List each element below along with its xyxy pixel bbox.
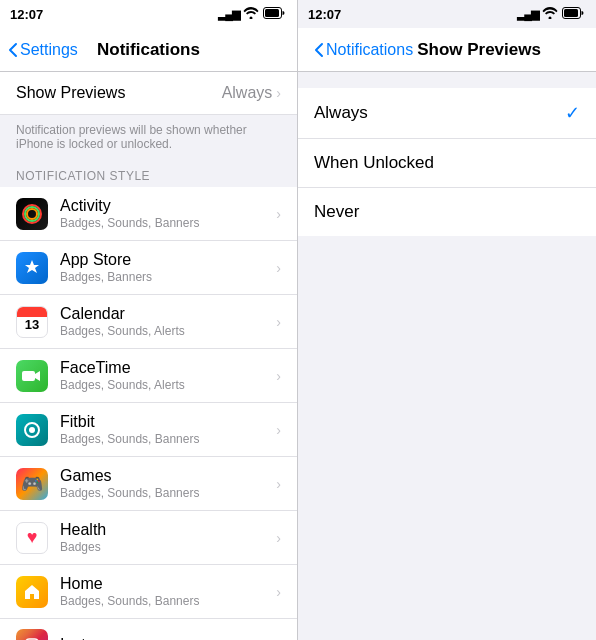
app-row-fitbit[interactable]: Fitbit Badges, Sounds, Banners › (0, 403, 297, 457)
option-when-unlocked[interactable]: When Unlocked (298, 139, 596, 188)
option-always-label: Always (314, 103, 368, 123)
svg-rect-12 (564, 9, 578, 17)
app-row-appstore[interactable]: App Store Badges, Banners › (0, 241, 297, 295)
preview-options-list: Always ✓ When Unlocked Never (298, 88, 596, 236)
right-panel: 12:07 ▂▄▆ (298, 0, 596, 640)
show-previews-current: Always (222, 84, 273, 102)
games-info: Games Badges, Sounds, Banners (60, 467, 268, 500)
fitbit-info: Fitbit Badges, Sounds, Banners (60, 413, 268, 446)
show-previews-row[interactable]: Show Previews Always › (0, 72, 297, 115)
nav-bar-left: Settings Notifications (0, 28, 297, 72)
back-label-right: Notifications (326, 41, 413, 59)
wifi-icon-right (542, 7, 558, 22)
facetime-subtitle: Badges, Sounds, Alerts (60, 378, 268, 392)
svg-rect-5 (22, 371, 35, 381)
wifi-icon (243, 7, 259, 22)
battery-icon (263, 7, 285, 22)
games-subtitle: Badges, Sounds, Banners (60, 486, 268, 500)
time-right: 12:07 (308, 7, 341, 22)
health-subtitle: Badges (60, 540, 268, 554)
svg-point-4 (27, 209, 37, 219)
option-unlocked-label: When Unlocked (314, 153, 434, 173)
left-content: Show Previews Always › Notification prev… (0, 72, 297, 640)
status-icons-right: ▂▄▆ (517, 7, 584, 22)
fitbit-icon (16, 414, 48, 446)
status-bar-left: 12:07 ▂▄▆ (0, 0, 297, 28)
show-previews-label: Show Previews (16, 84, 125, 102)
appstore-name: App Store (60, 251, 268, 269)
games-name: Games (60, 467, 268, 485)
nav-title-right: Show Previews (417, 40, 541, 60)
status-icons-left: ▂▄▆ (218, 7, 285, 22)
activity-icon (16, 198, 48, 230)
app-row-calendar[interactable]: 13 Calendar Badges, Sounds, Alerts › (0, 295, 297, 349)
activity-name: Activity (60, 197, 268, 215)
always-checkmark: ✓ (565, 102, 580, 124)
nav-bar-right: Notifications Show Previews (298, 28, 596, 72)
fitbit-chevron: › (276, 422, 281, 438)
facetime-info: FaceTime Badges, Sounds, Alerts (60, 359, 268, 392)
health-info: Health Badges (60, 521, 268, 554)
health-name: Health (60, 521, 268, 539)
option-always[interactable]: Always ✓ (298, 88, 596, 139)
signal-icon: ▂▄▆ (218, 8, 239, 21)
back-label-left: Settings (20, 41, 78, 59)
facetime-chevron: › (276, 368, 281, 384)
option-never[interactable]: Never (298, 188, 596, 236)
activity-info: Activity Badges, Sounds, Banners (60, 197, 268, 230)
calendar-chevron: › (276, 314, 281, 330)
health-chevron: › (276, 530, 281, 546)
fitbit-subtitle: Badges, Sounds, Banners (60, 432, 268, 446)
facetime-icon (16, 360, 48, 392)
instagram-info: Instagram (60, 636, 268, 641)
time-left: 12:07 (10, 7, 43, 22)
back-button-left[interactable]: Settings (8, 41, 78, 59)
app-row-facetime[interactable]: FaceTime Badges, Sounds, Alerts › (0, 349, 297, 403)
calendar-info: Calendar Badges, Sounds, Alerts (60, 305, 268, 338)
instagram-name: Instagram (60, 636, 268, 641)
show-previews-chevron: › (276, 85, 281, 101)
games-icon: 🎮 (16, 468, 48, 500)
home-name: Home (60, 575, 268, 593)
svg-point-7 (29, 427, 35, 433)
instagram-icon (16, 629, 48, 640)
calendar-name: Calendar (60, 305, 268, 323)
appstore-subtitle: Badges, Banners (60, 270, 268, 284)
home-icon (16, 576, 48, 608)
back-button-right[interactable]: Notifications (314, 41, 413, 59)
activity-subtitle: Badges, Sounds, Banners (60, 216, 268, 230)
app-row-games[interactable]: 🎮 Games Badges, Sounds, Banners › (0, 457, 297, 511)
left-panel: 12:07 ▂▄▆ (0, 0, 298, 640)
option-never-label: Never (314, 202, 359, 222)
app-row-activity[interactable]: Activity Badges, Sounds, Banners › (0, 187, 297, 241)
app-row-health[interactable]: ♥ Health Badges › (0, 511, 297, 565)
activity-chevron: › (276, 206, 281, 222)
health-icon: ♥ (16, 522, 48, 554)
home-chevron: › (276, 584, 281, 600)
status-bar-right: 12:07 ▂▄▆ (298, 0, 596, 28)
show-previews-value: Always › (222, 84, 281, 102)
calendar-subtitle: Badges, Sounds, Alerts (60, 324, 268, 338)
app-row-instagram[interactable]: Instagram › (0, 619, 297, 640)
app-notification-list: Activity Badges, Sounds, Banners › App S… (0, 187, 297, 640)
right-content: Always ✓ When Unlocked Never (298, 72, 596, 640)
notification-style-header: NOTIFICATION STYLE (0, 163, 297, 187)
facetime-name: FaceTime (60, 359, 268, 377)
appstore-info: App Store Badges, Banners (60, 251, 268, 284)
battery-icon-right (562, 7, 584, 22)
nav-title-left: Notifications (97, 40, 200, 60)
health-heart-icon: ♥ (27, 527, 38, 548)
home-info: Home Badges, Sounds, Banners (60, 575, 268, 608)
calendar-icon: 13 (16, 306, 48, 338)
appstore-chevron: › (276, 260, 281, 276)
appstore-icon (16, 252, 48, 284)
svg-rect-1 (265, 9, 279, 17)
home-subtitle: Badges, Sounds, Banners (60, 594, 268, 608)
games-chevron: › (276, 476, 281, 492)
fitbit-name: Fitbit (60, 413, 268, 431)
signal-icon-right: ▂▄▆ (517, 8, 538, 21)
app-row-home[interactable]: Home Badges, Sounds, Banners › (0, 565, 297, 619)
previews-description: Notification previews will be shown whet… (0, 115, 297, 163)
